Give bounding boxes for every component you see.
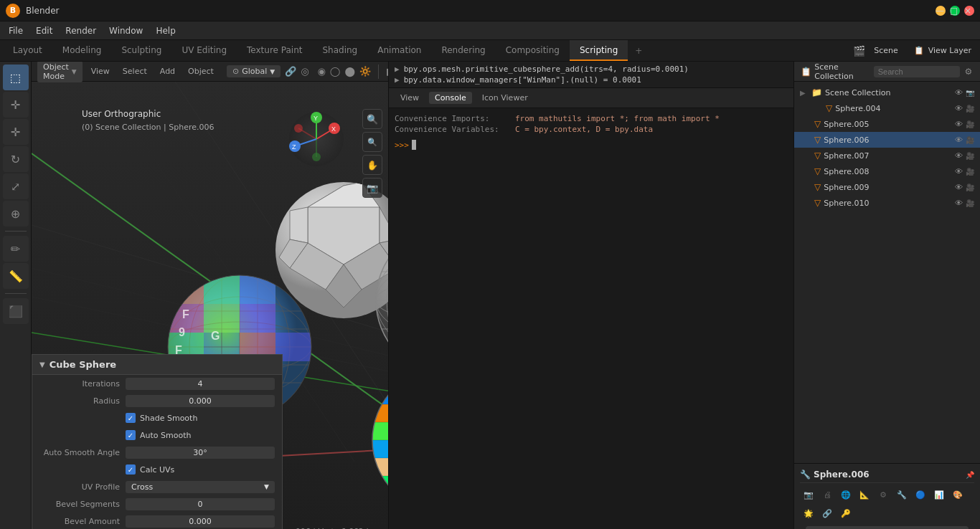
navigation-gizmo[interactable]: X Y Z — [288, 110, 345, 168]
eye-icon-007[interactable]: 👁 — [955, 151, 963, 161]
tab-modeling[interactable]: Modeling — [52, 40, 112, 61]
tab-scripting[interactable]: Scripting — [570, 40, 628, 61]
eye-icon-010[interactable]: 👁 — [955, 199, 963, 208]
move-tool[interactable]: ✛ — [3, 119, 29, 145]
select-menu-button[interactable]: Select — [118, 65, 151, 77]
tab-sculpting[interactable]: Sculpting — [111, 40, 171, 61]
cam-icon-009[interactable]: 🎥 — [966, 184, 974, 191]
tab-shading[interactable]: Shading — [312, 40, 367, 61]
physics-tab[interactable]: 🎨 — [949, 486, 966, 503]
panel-header[interactable]: ▼ Cube Sphere — [32, 355, 282, 375]
iterations-input[interactable]: 4 — [126, 378, 275, 390]
filter-icon[interactable]: ⚙ — [963, 65, 974, 79]
add-cube-tool[interactable]: ⬛ — [3, 298, 29, 324]
menu-edit[interactable]: Edit — [30, 24, 58, 37]
viewport-shading-solid[interactable]: ◉ — [318, 63, 326, 80]
snap-toggle[interactable]: 🔗 — [285, 63, 296, 80]
cam-icon-004[interactable]: 🎥 — [966, 105, 974, 113]
close-button[interactable]: × — [964, 6, 974, 16]
tree-sphere-009[interactable]: ▽ Sphere.009 👁 🎥 — [794, 179, 980, 195]
cam-icon-005[interactable]: 🎥 — [966, 120, 974, 128]
tree-sphere-004[interactable]: ▽ Sphere.004 👁 🎥 — [794, 100, 980, 116]
viewport-shading-material[interactable]: ⬤ — [344, 63, 355, 80]
scene-search-input[interactable] — [874, 66, 960, 77]
camera-icon[interactable]: 📷 — [966, 89, 974, 97]
icon-viewer-button[interactable]: Icon Viewer — [476, 92, 534, 104]
eye-icon-004[interactable]: 👁 — [955, 104, 963, 113]
particles-tab[interactable]: 📊 — [930, 486, 948, 503]
menu-window[interactable]: Window — [103, 24, 149, 37]
rotate-tool[interactable]: ↻ — [3, 146, 29, 172]
pan-button[interactable]: ✋ — [362, 155, 382, 175]
tree-sphere-008[interactable]: ▽ Sphere.008 👁 🎥 — [794, 163, 980, 179]
overlay-toggle[interactable]: ◧ — [386, 63, 388, 80]
add-menu-button[interactable]: Add — [156, 65, 179, 77]
output-props-tab[interactable]: 🖨 — [819, 486, 836, 503]
auto-smooth-angle-input[interactable]: 30° — [126, 447, 275, 459]
viewport-shading-wireframe[interactable]: ◯ — [330, 63, 341, 80]
modifier-props-tab[interactable]: 🔵 — [912, 486, 929, 503]
data-tab[interactable]: 🔗 — [819, 505, 836, 522]
measure-tool[interactable]: 📏 — [3, 263, 29, 289]
transform-tool[interactable]: ⊕ — [3, 201, 29, 227]
maximize-button[interactable]: □ — [950, 6, 960, 16]
constraints-tab[interactable]: 🌟 — [800, 505, 817, 522]
tree-sphere-005[interactable]: ▽ Sphere.005 👁 🎥 — [794, 116, 980, 132]
tab-uv-editing[interactable]: UV Editing — [171, 40, 237, 61]
camera-view-button[interactable]: 📷 — [362, 178, 382, 198]
cam-icon-006[interactable]: 🎥 — [966, 136, 974, 144]
cursor-tool[interactable]: ✛ — [3, 92, 29, 118]
eye-icon[interactable]: 👁 — [955, 88, 963, 97]
bevel-amount-input[interactable]: 0.000 — [126, 515, 275, 528]
cam-icon-007[interactable]: 🎥 — [966, 152, 974, 160]
eye-icon-006[interactable]: 👁 — [955, 135, 963, 145]
tree-scene-collection[interactable]: ▶ 📁 Scene Collection 👁 📷 — [794, 85, 980, 100]
render-props-tab[interactable]: 📷 — [800, 486, 817, 503]
viewport-shading-render[interactable]: 🔆 — [359, 63, 371, 80]
tab-animation[interactable]: Animation — [367, 40, 431, 61]
eye-icon-009[interactable]: 👁 — [955, 183, 963, 192]
auto-smooth-checkbox[interactable]: ✓ — [126, 430, 136, 440]
eye-icon-008[interactable]: 👁 — [955, 167, 963, 176]
menu-render[interactable]: Render — [60, 24, 102, 37]
tab-layout[interactable]: Layout — [3, 40, 52, 61]
zoom-in-button[interactable]: 🔍 — [362, 109, 382, 129]
object-props-tab[interactable]: 🔧 — [893, 486, 910, 503]
menu-help[interactable]: Help — [150, 24, 181, 37]
app-logo[interactable]: B — [6, 4, 20, 18]
menu-file[interactable]: File — [3, 24, 29, 37]
cam-icon-008[interactable]: 🎥 — [966, 168, 974, 176]
eye-icon-005[interactable]: 👁 — [955, 120, 963, 129]
tab-compositing[interactable]: Compositing — [496, 40, 570, 61]
tree-sphere-006[interactable]: ▽ Sphere.006 👁 🎥 — [794, 132, 980, 148]
zoom-out-button[interactable]: 🔍 — [362, 132, 382, 152]
material-tab[interactable]: 🔑 — [837, 505, 854, 522]
view-layer-props-tab[interactable]: 🌐 — [837, 486, 854, 503]
add-modifier-button[interactable]: Add Modifier ▼ — [806, 526, 969, 529]
minimize-button[interactable]: — — [936, 6, 946, 16]
calc-uvs-checkbox[interactable]: ✓ — [126, 464, 136, 475]
coordinate-space-selector[interactable]: ⊙ Global ▼ — [227, 65, 281, 77]
cam-icon-010[interactable]: 🎥 — [966, 199, 974, 207]
world-props-tab[interactable]: ⚙ — [875, 486, 892, 503]
scene-props-tab[interactable]: 📐 — [856, 486, 873, 503]
uv-profile-dropdown[interactable]: Cross ▼ — [126, 481, 275, 493]
view-menu-button[interactable]: View — [87, 65, 114, 77]
proportional-edit[interactable]: ◎ — [301, 63, 308, 80]
bevel-segments-input[interactable]: 0 — [126, 498, 275, 510]
scale-tool[interactable]: ⤢ — [3, 173, 29, 199]
console-tab-button[interactable]: Console — [429, 92, 472, 104]
tree-sphere-007[interactable]: ▽ Sphere.007 👁 🎥 — [794, 148, 980, 163]
annotate-tool[interactable]: ✏ — [3, 236, 29, 262]
tab-add-button[interactable]: + — [628, 40, 649, 61]
select-box-tool[interactable]: ⬚ — [3, 65, 29, 90]
tree-sphere-010[interactable]: ▽ Sphere.010 👁 🎥 — [794, 195, 980, 211]
object-menu-button[interactable]: Object — [184, 65, 218, 77]
radius-input[interactable]: 0.000 — [126, 395, 275, 407]
object-mode-selector[interactable]: Object Mode ▼ — [37, 62, 83, 82]
tab-texture-paint[interactable]: Texture Paint — [237, 40, 312, 61]
viewport-3d[interactable]: Object Mode ▼ View Select Add Object ⊙ G… — [32, 62, 388, 529]
shade-smooth-checkbox[interactable]: ✓ — [126, 413, 136, 423]
tab-rendering[interactable]: Rendering — [431, 40, 495, 61]
view-button[interactable]: View — [395, 92, 425, 104]
